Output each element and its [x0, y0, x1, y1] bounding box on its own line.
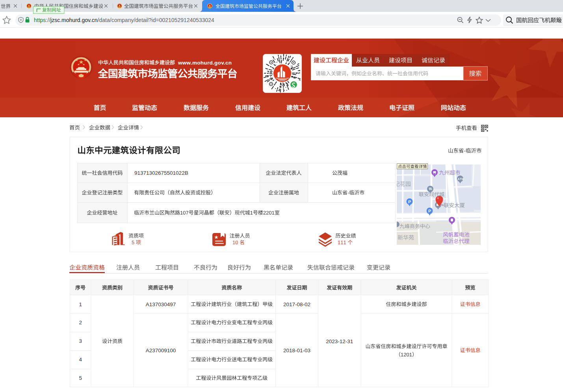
- svg-text:www.mohurd.gov.cn: www.mohurd.gov.cn: [178, 60, 232, 66]
- svg-text:2017-08-02: 2017-08-02: [283, 301, 310, 307]
- svg-text:91371302675501022B: 91371302675501022B: [134, 170, 188, 176]
- svg-text:2023-12-31: 2023-12-31: [326, 338, 353, 344]
- svg-text:4: 4: [79, 357, 82, 362]
- svg-text:2018-01-03: 2018-01-03: [283, 348, 310, 353]
- svg-text:A237009100: A237009100: [146, 348, 176, 353]
- svg-text:2: 2: [79, 320, 82, 325]
- svg-text:3: 3: [79, 338, 82, 344]
- svg-text:5: 5: [79, 375, 82, 381]
- svg-text:1: 1: [79, 301, 82, 307]
- svg-text:https://jzsc.mohurd.gov.cn/dat: https://jzsc.mohurd.gov.cn/data/company/…: [34, 17, 214, 23]
- svg-text:A137030497: A137030497: [146, 301, 176, 307]
